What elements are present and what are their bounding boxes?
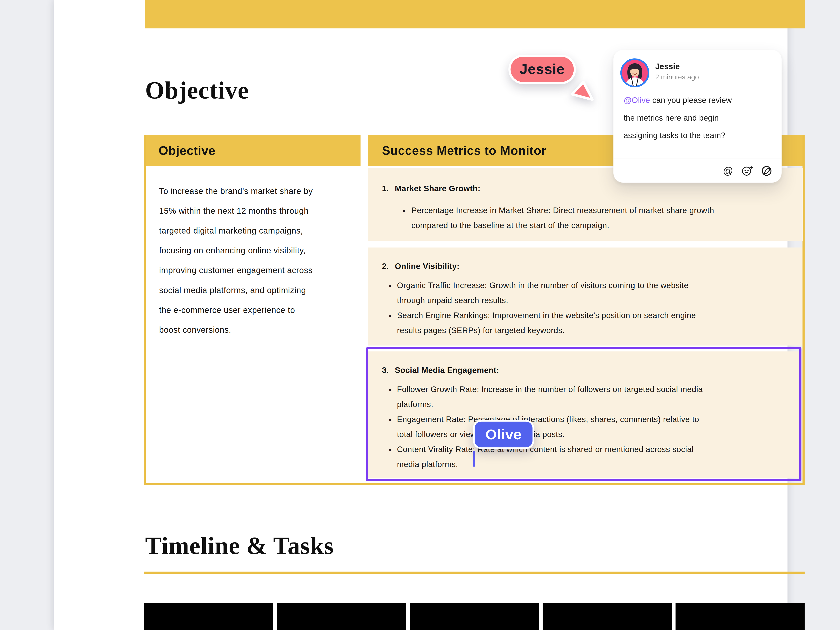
timeline-header-cell[interactable]	[144, 603, 273, 630]
section-divider-rule	[144, 572, 805, 574]
metric-bullet: Engagement Rate: Percentage of interacti…	[368, 412, 791, 442]
metric-bullet: Search Engine Rankings: Improvement in t…	[368, 308, 791, 338]
metric-bullet-list: Percentage Increase in Market Share: Dir…	[368, 203, 802, 233]
metric-heading: 3. Social Media Engagement:	[368, 352, 802, 378]
metric-number: 1.	[382, 181, 395, 196]
comment-body[interactable]: @Olive can you please review the metrics…	[624, 91, 775, 144]
timeline-header-cell[interactable]	[410, 603, 539, 630]
timeline-header-cell[interactable]	[543, 603, 672, 630]
metric-bullet: Organic Traffic Increase: Growth in the …	[368, 278, 791, 308]
cursor-arrow-jessie	[570, 80, 597, 106]
cursor-label-jessie-text: Jessie	[519, 61, 565, 78]
add-reaction-icon[interactable]	[742, 165, 753, 177]
comment-card[interactable]: Jessie 2 minutes ago @Olive can you plea…	[613, 50, 782, 183]
metric-number: 2.	[382, 259, 395, 274]
comment-toolbar: @	[613, 158, 782, 183]
timeline-header-cell[interactable]	[277, 603, 406, 630]
cursor-label-olive: Olive	[473, 420, 534, 449]
page-heading-objective[interactable]: Objective	[145, 78, 249, 103]
metric-title: Social Media Engagement:	[395, 363, 499, 378]
avatar	[621, 58, 649, 87]
metric-bullet-list: Follower Growth Rate: Increase in the nu…	[368, 382, 802, 472]
cursor-label-olive-text: Olive	[485, 426, 522, 443]
metric-heading: 2. Online Visibility:	[368, 248, 802, 274]
app-canvas: Objective Objective Success Metrics to M…	[0, 0, 840, 630]
metric-block-social-media-engagement[interactable]: 3. Social Media Engagement: Follower Gro…	[368, 352, 802, 478]
document-page: Objective Objective Success Metrics to M…	[54, 0, 788, 630]
mention-icon[interactable]: @	[722, 165, 734, 177]
timeline-header-cell[interactable]	[676, 603, 805, 630]
text-caret-olive	[473, 451, 475, 467]
comment-timestamp: 2 minutes ago	[655, 73, 699, 81]
avatar-illustration	[622, 60, 647, 85]
mention-chip[interactable]: @Olive	[624, 95, 650, 104]
metric-bullet-list: Organic Traffic Increase: Growth in the …	[368, 278, 802, 338]
comment-author: Jessie	[655, 62, 680, 71]
page-heading-timeline[interactable]: Timeline & Tasks	[145, 534, 334, 558]
table-border-right	[802, 135, 805, 485]
cover-banner	[145, 0, 805, 28]
table-header-objective[interactable]: Objective	[145, 135, 360, 166]
objective-cell[interactable]: To increase the brand's market share by …	[145, 168, 360, 483]
metric-number: 3.	[382, 363, 395, 378]
metric-title: Online Visibility:	[395, 259, 459, 274]
objective-text: To increase the brand's market share by …	[159, 181, 353, 339]
metric-bullet: Percentage Increase in Market Share: Dir…	[368, 203, 791, 233]
table-header-success-metrics-label: Success Metrics to Monitor	[382, 143, 546, 158]
table-border-bottom	[144, 483, 805, 485]
cursor-label-jessie: Jessie	[508, 55, 576, 84]
timeline-table-header-row	[144, 603, 805, 630]
table-header-objective-label: Objective	[158, 143, 215, 158]
metric-bullet: Content Virality Rate: Rate at which con…	[368, 442, 791, 472]
metric-bullet: Follower Growth Rate: Increase in the nu…	[368, 382, 791, 412]
pen-icon[interactable]	[761, 165, 772, 177]
metric-block-online-visibility[interactable]: 2. Online Visibility: Organic Traffic In…	[368, 248, 802, 346]
metric-title: Market Share Growth:	[395, 181, 480, 196]
table-border-left	[144, 135, 146, 485]
